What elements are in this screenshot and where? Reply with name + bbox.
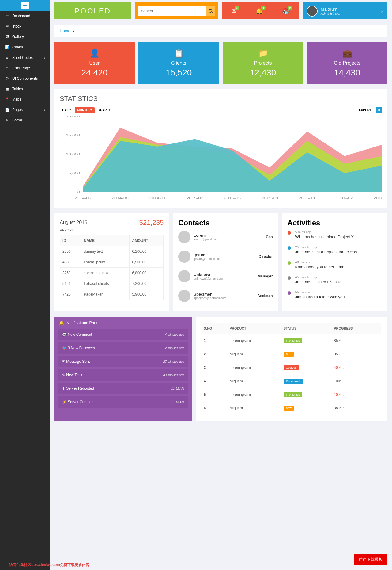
status-badge: In progress	[284, 338, 302, 343]
notification-row[interactable]: 💬 New Comment4 minutes ago	[58, 329, 188, 340]
activity-dot	[288, 291, 291, 295]
breadcrumb: Home ›	[54, 25, 387, 37]
stat-card-user[interactable]: 👤User24,420	[54, 42, 135, 84]
book-icon[interactable]: 📚9	[282, 7, 290, 15]
svg-text:2016-02: 2016-02	[336, 196, 353, 200]
stat-value: 15,520	[141, 68, 216, 78]
export-button[interactable]: EXPORT	[356, 107, 374, 113]
sidebar-item-gallery[interactable]: 🖼Gallery	[0, 32, 50, 42]
search-button[interactable]	[206, 6, 215, 16]
hamburger-bar	[0, 0, 50, 11]
mail-icon[interactable]: ✉3	[232, 7, 237, 15]
notifications-box: ✉3 🔔3 📚9	[222, 2, 299, 19]
nav-label: Dashboard	[12, 14, 30, 18]
tab-daily[interactable]: DAILY	[60, 107, 74, 113]
notif-row-text: 3 New Followers	[68, 346, 95, 350]
table-row: 6AliquamNew38% ↑	[202, 401, 381, 415]
avatar	[178, 270, 190, 282]
sidebar-item-ui-components[interactable]: ⚙UI Components›	[0, 73, 50, 84]
report-subtitle: REPORT	[60, 228, 164, 232]
sidebar-item-pages[interactable]: 📄Pages›	[0, 105, 50, 115]
download-template-button[interactable]: 前往下载模板	[354, 554, 387, 565]
search-icon	[208, 9, 213, 13]
statistics-panel: STATISTICS DAILY MONTHLY YEARLY EXPORT ⚙…	[54, 89, 387, 208]
sidebar-item-tables[interactable]: ▦Tables	[0, 84, 50, 94]
contact-item[interactable]: Unknownunknown@gmail.comManager	[178, 266, 273, 286]
sidebar-item-inbox[interactable]: ✉Inbox	[0, 21, 50, 32]
notif-row-text: New Task	[66, 373, 82, 377]
main-content: POOLED ✉3 🔔3 📚9 Malorum Administrator ⌄ …	[50, 0, 392, 570]
nav-icon: ≡	[5, 55, 9, 60]
activity-dot	[288, 261, 291, 265]
nav-icon: 🖼	[5, 35, 9, 39]
notification-row[interactable]: ✉ Message Sent27 minutes ago	[58, 356, 188, 367]
svg-text:2015-08: 2015-08	[261, 196, 278, 200]
contact-email: unknown@gmail.com	[194, 277, 254, 280]
report-month: August 2016	[60, 220, 87, 225]
table-row: 4589Lorem Ipsum6,500.00	[60, 257, 164, 268]
activity-item: 45 minutes agoJohn has finished his task	[288, 272, 382, 287]
topbar: POOLED ✉3 🔔3 📚9 Malorum Administrator ⌄	[54, 2, 387, 19]
bell-badge: 3	[261, 6, 266, 10]
svg-text:2015-02: 2015-02	[187, 196, 203, 200]
notification-row[interactable]: ⬆ Server Rebooted11:32 AM	[58, 383, 188, 394]
notif-row-icon: ✉	[62, 359, 65, 364]
tab-yearly[interactable]: YEARLY	[96, 107, 113, 113]
nav-label: Short Codes	[12, 55, 33, 60]
stat-icon: 👤	[57, 48, 132, 58]
watermark-text: 访问仙岛社区bbs.xleniao.com免费下载更多内容	[9, 562, 89, 568]
sidebar-item-short-codes[interactable]: ≡Short Codes›	[0, 52, 50, 63]
sidebar-item-error-page[interactable]: ⚠Error Page	[0, 63, 50, 73]
activity-time: 25 minutes ago	[295, 245, 382, 249]
nav-label: Inbox	[12, 24, 21, 29]
chevron-right-icon: ›	[73, 29, 74, 33]
bell-icon[interactable]: 🔔3	[255, 7, 263, 15]
sidebar-item-dashboard[interactable]: ⚏Dashboard	[0, 11, 50, 21]
table-header: PRODUCT	[228, 323, 282, 334]
gear-button[interactable]: ⚙	[376, 107, 382, 113]
progress-table: S.NOPRODUCTSTATUSPROGRESS1Lorem ipsumIn …	[202, 323, 381, 415]
notif-row-time: 43 minutes ago	[163, 373, 184, 377]
breadcrumb-home[interactable]: Home	[60, 29, 70, 33]
notif-row-time: 4 minutes ago	[165, 333, 184, 336]
sidebar: ⚏Dashboard✉Inbox🖼Gallery📊Charts≡Short Co…	[0, 0, 50, 570]
sidebar-item-maps[interactable]: 📍Maps	[0, 94, 50, 105]
activity-time: 55 mins ago	[295, 290, 382, 294]
statistics-title: STATISTICS	[60, 95, 382, 103]
tab-monthly[interactable]: MONTHLY	[75, 107, 95, 113]
sidebar-item-charts[interactable]: 📊Charts	[0, 42, 50, 52]
contact-item[interactable]: Specimenspecimen@hotmail.comAssistan	[178, 286, 273, 306]
activity-text: Kate added you to her team	[295, 265, 382, 269]
menu-toggle-button[interactable]	[21, 2, 29, 9]
stat-card-clients[interactable]: 📋Clients15,520	[138, 42, 219, 84]
stat-card-projects[interactable]: 📁Projects12,430	[223, 42, 303, 84]
notification-row[interactable]: 🐦 3 New Followers12 minutes ago	[58, 342, 188, 354]
nav-label: UI Components	[12, 76, 38, 81]
contact-name: Unknown	[194, 272, 254, 277]
contact-item[interactable]: Ipsumipsum@hotmail.comDirector	[178, 247, 273, 266]
table-row: 5Lorem ipsumIn progress10% ↓	[202, 388, 381, 401]
stat-card-old-projects[interactable]: 💼Old Projects14,430	[307, 42, 387, 84]
search-input[interactable]	[138, 6, 206, 16]
chart-tabs: DAILY MONTHLY YEARLY EXPORT ⚙	[60, 107, 382, 113]
svg-line-1	[212, 12, 213, 13]
stat-value: 24,420	[57, 68, 132, 78]
contacts-panel: Contacts Loremlorem@gmail.comCeoIpsumips…	[173, 213, 278, 311]
user-name: Malorum	[321, 7, 341, 12]
chevron-right-icon: ›	[44, 77, 45, 80]
notif-row-text: Message Sent	[66, 359, 90, 364]
svg-point-0	[209, 9, 212, 12]
notification-row[interactable]: ⚡ Server Crashed!11:13 AM	[58, 396, 188, 408]
notif-panel-title: Notifications Panel	[66, 320, 100, 325]
notification-row[interactable]: ✎ New Task43 minutes ago	[58, 369, 188, 381]
svg-text:0: 0	[77, 190, 80, 194]
svg-text:5,000: 5,000	[69, 171, 80, 175]
user-menu[interactable]: Malorum Administrator ⌄	[303, 2, 387, 19]
sidebar-item-forms[interactable]: ✎Forms›	[0, 115, 50, 125]
contact-role: Manager	[258, 274, 273, 278]
contact-item[interactable]: Loremlorem@gmail.comCeo	[178, 227, 273, 247]
report-table: IDNAMEAMOUNT2356dummy text6,200.004589Lo…	[60, 235, 164, 300]
contact-role: Ceo	[266, 235, 273, 239]
notif-row-icon: ⚡	[62, 400, 67, 404]
nav-icon: 📊	[5, 45, 9, 49]
